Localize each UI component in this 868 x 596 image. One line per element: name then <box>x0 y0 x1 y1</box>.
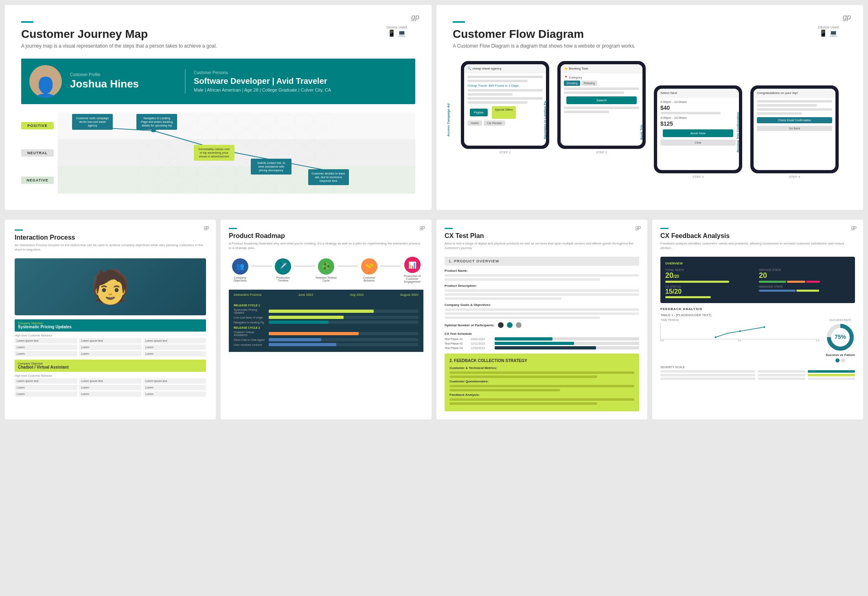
feedback-analysis-area: FEEDBACK ANALYSIS TABLE 1 - [PLACEHOLDER… <box>660 307 855 380</box>
schedule-label: CX Test Schedule <box>445 332 639 336</box>
stat-block-4: MANAGED STATE <box>759 285 850 298</box>
severity-row-3 <box>660 378 855 380</box>
fa-line2 <box>449 402 597 405</box>
product-desc-line3 <box>445 297 561 300</box>
persona-title: Software Developer | Avid Traveler <box>194 76 407 86</box>
mini-chart <box>660 323 819 339</box>
interaction-title: Interaction Process <box>15 234 206 241</box>
participant-dot-3 <box>516 322 522 328</box>
gantt-bar-4 <box>269 332 359 335</box>
bottom-grid: gp Interaction Process An Interaction Pr… <box>0 220 868 424</box>
gantt-label-1: Systematic Pricing Updates <box>234 308 266 314</box>
feedback-line1 <box>449 371 634 374</box>
flow-node-1: Customer visits campaign Ad for low-cost… <box>72 114 113 130</box>
success-rate-label: SUCCESS RATE <box>826 319 855 321</box>
phone-grid: Access Campaign Ad 🔍 cheap travel agency… <box>453 61 847 179</box>
profile-name: Joshua Hines <box>70 78 177 90</box>
obj-row-2: Lorem Lorem Lorem <box>15 345 206 350</box>
obj-cell-6a: Lorem <box>15 391 77 397</box>
obj-cell-3a: Lorem <box>15 351 77 356</box>
card-subtitle: A Customer Flow Diagram is a diagram tha… <box>453 43 847 49</box>
obj-cell-1b: Lorem ipsum text <box>79 338 142 343</box>
gantt-cycle-1: RELEASE CYCLE 1 <box>234 304 419 307</box>
node-label-customer: Customer Behavior <box>358 276 380 282</box>
stat-block-2: SERVICE STATE 20 <box>759 269 850 283</box>
stat-bar-1 <box>665 281 729 283</box>
test-date-2: 12/11/2023 <box>471 342 493 345</box>
card-title: Customer Journey Map <box>21 28 415 41</box>
gantt-row-3: Navigates to landing Pg <box>234 321 419 324</box>
phone-screen-1: 🔍 cheap travel agency Cheap Travel: $99 … <box>464 64 546 146</box>
gantt-row-4: Chatbot / Virtual Assistance <box>234 331 419 336</box>
gantt-row-1: Systematic Pricing Updates <box>234 308 419 314</box>
node-customer: 🤝 Customer Behavior <box>358 258 380 282</box>
cx-feedback-title: CX Feedback Analysis <box>660 232 855 240</box>
roadmap-title: Product Roadmap <box>229 232 423 240</box>
severity-rows <box>660 370 855 380</box>
legend-failure <box>841 358 845 362</box>
mini-logo-4: gp <box>851 225 857 230</box>
gantt-bar-2 <box>269 316 344 319</box>
person-image: 🧑 <box>15 258 206 315</box>
phase-label-4: Receive Trip Confirmation <box>736 112 740 152</box>
severity-label-bar-3 <box>660 378 755 380</box>
obj-row-6: Lorem Lorem Lorem <box>15 391 206 397</box>
gantt-row-6: User resolves concern <box>234 343 419 346</box>
svg-point-10 <box>763 326 765 328</box>
participant-dot-2 <box>507 322 513 328</box>
flow-node-4: Solicits contact link, to seek assistanc… <box>251 159 292 175</box>
company-goals-label: Company Goals & Objectives: <box>445 303 639 307</box>
goals-line1 <box>445 308 639 311</box>
journey-flow: Customer visits campaign Ad for low-cost… <box>58 112 415 194</box>
company-objective-2: Company Objective Chatbot / Virtual Assi… <box>15 360 206 372</box>
timeline-label-2: July 2022 <box>350 293 364 297</box>
stat-number-1: 20/20 <box>665 271 756 280</box>
stat-label-4: MANAGED STATE <box>759 285 850 288</box>
quest-line2 <box>449 389 560 391</box>
phase-2-bottom: STEP 2 <box>557 151 646 154</box>
test-bar-container-3 <box>495 346 639 349</box>
journey-diagram: POSITIVE NEUTRAL NEGATIVE <box>21 112 415 194</box>
obj-cell-2b: Lorem <box>79 345 142 350</box>
gantt-label-3: Navigates to landing Pg <box>234 321 266 324</box>
stat-label-1: TOTAL TESTS <box>665 269 756 271</box>
node-production: 📊 Production of Customer Engagement <box>401 257 423 283</box>
phone-2: ⭐ Booking Task 📍 Category Shooting Relax… <box>557 61 646 149</box>
obj-cell-4a: Lorem ipsum text <box>15 378 77 384</box>
node-label-timeline: Production Timeline <box>272 276 294 282</box>
gantt-label-6: User resolves concern <box>234 343 266 346</box>
product-name-label: Product Name: <box>445 269 639 273</box>
product-name-line1 <box>445 274 639 277</box>
gantt-bar-3 <box>269 321 329 324</box>
test-label-1: Test Phase #1 <box>445 338 469 341</box>
timeline-header: Interaction Process June 2022 July 2022 … <box>229 290 423 300</box>
device-label: Device Used <box>386 25 407 29</box>
legend <box>826 358 855 362</box>
card-logo: gp <box>843 13 851 22</box>
obj-cell-5b: Lorem <box>79 385 142 390</box>
quest-line1 <box>449 385 634 387</box>
mini-teal-bar-1 <box>15 229 23 231</box>
mini-teal-bar-4 <box>660 228 669 229</box>
success-vs-failure: Success vs Failure <box>826 353 855 357</box>
stat-block-1: TOTAL TESTS 20/20 <box>665 269 756 283</box>
severity-label-bar-1 <box>660 370 755 373</box>
legend-success <box>835 358 840 362</box>
stat-label-2: SERVICE STATE <box>759 269 850 271</box>
avatar <box>29 65 62 98</box>
obj-cell-3c: Lorem <box>143 351 206 356</box>
obj-cell-5c: Lorem <box>143 385 206 390</box>
svg-point-9 <box>739 330 741 332</box>
phase-label-3: Book Trip <box>640 124 643 140</box>
severity-scale: SEVERITY SCALE <box>660 366 855 380</box>
fa-line1 <box>449 398 634 401</box>
timeline-label-1: June 2022 <box>298 293 313 297</box>
severity-row-1 <box>660 370 855 373</box>
persona-label: Customer Persona <box>194 70 407 75</box>
connector-2 <box>294 266 315 266</box>
section-1-header: 1. PRODUCT OVERVIEW <box>445 257 639 266</box>
obj-cell-1a: Lorem ipsum text <box>15 338 77 343</box>
severity-val-1 <box>808 370 855 373</box>
product-desc-label: Product Description: <box>445 284 639 288</box>
node-circle-production: 📊 <box>404 257 421 273</box>
